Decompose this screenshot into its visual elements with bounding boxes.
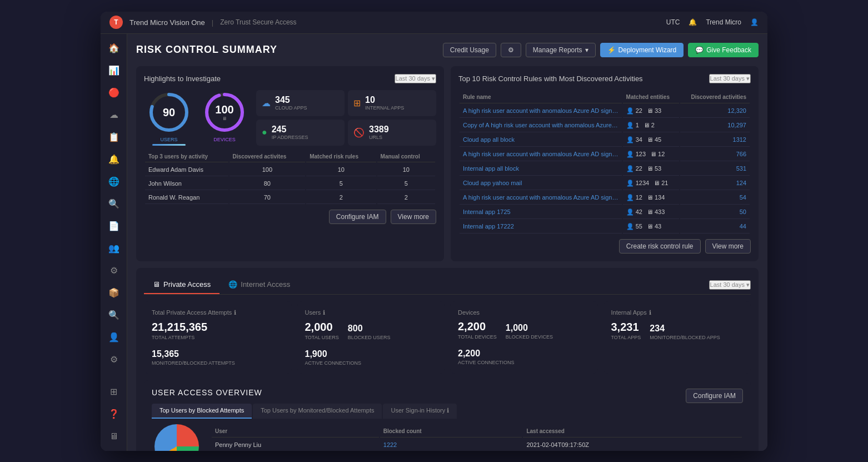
sidebar-icon-user[interactable]: 👤 — [104, 327, 124, 347]
sidebar-icon-home[interactable]: 🏠 — [104, 38, 124, 58]
title-divider: | — [212, 18, 213, 27]
access-card: 🖥 Private Access 🌐 Internet Access Last … — [136, 268, 759, 451]
sidebar-icon-network[interactable]: 🌐 — [104, 172, 124, 192]
col-discovered: Discovered activites — [230, 151, 306, 162]
top-users-table: Top 3 users by activity Discovered activ… — [144, 150, 436, 205]
devices-stats-card: Devices 2,200 TOTAL DEVICES 1,000 BLOCKE… — [450, 301, 598, 374]
user-name: Ronald W. Reagan — [145, 191, 228, 204]
risk-rules-date-filter[interactable]: Last 30 days ▾ — [709, 74, 751, 83]
sidebar-icon-search2[interactable]: 🔍 — [104, 305, 124, 325]
manage-reports-button[interactable]: Manage Reports ▾ — [526, 43, 596, 57]
ua-blocked-count: 1222 — [380, 439, 522, 451]
sidebar-icon-dashboard[interactable]: 📊 — [104, 61, 124, 81]
discovered-count[interactable]: 1312 — [680, 133, 750, 147]
users-gauge-bar — [152, 144, 186, 146]
matched-entities: 👤 55 🖥 43 — [623, 220, 679, 234]
col-discovered-activities: Discovered activities — [680, 91, 750, 103]
matched-entities: 👤 22 🖥 33 — [623, 105, 679, 118]
sidebar-icon-help[interactable]: ❓ — [104, 404, 124, 424]
risk-rules-table: Rule name Matched entities Discovered ac… — [458, 90, 751, 235]
discovered-count[interactable]: 531 — [680, 162, 750, 176]
sidebar-icon-alerts[interactable]: 🔔 — [104, 150, 124, 170]
ua-tab-blocked[interactable]: Top Users by Blocked Attempts — [152, 404, 252, 419]
sidebar-icon-config[interactable]: ⚙ — [104, 350, 124, 370]
discovered-count[interactable]: 50 — [680, 206, 750, 219]
rule-name[interactable]: Internal app 1725 — [460, 206, 622, 219]
credit-usage-button[interactable]: Credit Usage — [443, 43, 496, 57]
user-avatar[interactable]: 👤 — [750, 18, 759, 26]
highlights-view-more-button[interactable]: View more — [391, 210, 436, 224]
discovered-count[interactable]: 10,297 — [680, 119, 750, 132]
col-user-activity: Top 3 users by activity — [145, 151, 228, 162]
cloud-apps-label: CLOUD APPS — [275, 105, 307, 111]
top-bar-actions: UTC 🔔 Trend Micro 👤 — [666, 18, 759, 26]
rule-name[interactable]: A high risk user account with anomalous … — [460, 148, 622, 161]
sidebar-icon-risk[interactable]: 🔴 — [104, 83, 124, 103]
ua-section-title: USER ACCESS OVERVIEW — [152, 388, 262, 397]
bottom-section: 🖥 Private Access 🌐 Internet Access Last … — [136, 268, 759, 451]
deployment-wizard-button[interactable]: ⚡ Deployment Wizard — [600, 43, 684, 57]
active-connections-stat: 1,900 ACTIVE CONNECTIONS — [305, 349, 362, 366]
rule-name[interactable]: Cloud app all block — [460, 133, 622, 147]
top-bar: T Trend Micro Vision One | Zero Trust Se… — [101, 12, 767, 34]
discovered-count[interactable]: 54 — [680, 191, 750, 205]
rule-name[interactable]: A high risk user account with anomalous … — [460, 105, 622, 118]
devices-stats-header: Devices — [458, 309, 590, 316]
sidebar-icon-packages[interactable]: 📦 — [104, 283, 124, 303]
discovered-count[interactable]: 12,320 — [680, 105, 750, 118]
stats-cards-row: Total Private Access Attempts ℹ 21,215,3… — [144, 301, 751, 374]
internal-apps-stat: ⊞ 10 INTERNAL APPS — [348, 90, 436, 116]
discovered-count[interactable]: 44 — [680, 220, 750, 234]
rule-name[interactable]: Internal app all block — [460, 162, 622, 176]
give-feedback-button[interactable]: 💬 Give Feedback — [688, 43, 759, 57]
monitored-attempts: 15,365 MONITORED/BLOCKED ATTEMPTS — [152, 349, 235, 366]
total-apps-stat: 3,231 TOTAL APPS — [611, 321, 641, 340]
devices-stats-values: 2,200 TOTAL DEVICES 1,000 BLOCKED DEVICE… — [458, 320, 590, 365]
discovered-count[interactable]: 124 — [680, 177, 750, 190]
rule-name[interactable]: A high risk user account with anomalous … — [460, 191, 622, 205]
header-actions: Credit Usage ⚙ Manage Reports ▾ ⚡ Deploy… — [443, 43, 759, 57]
risk-table-row: A high risk user account with anomalous … — [460, 191, 750, 205]
access-date-filter[interactable]: Last 30 days ▾ — [709, 280, 751, 290]
risk-view-more-button[interactable]: View more — [705, 239, 751, 254]
sidebar-icon-cloud[interactable]: ☁ — [104, 105, 124, 125]
sidebar-icon-users[interactable]: 👥 — [104, 239, 124, 259]
sidebar-icon-terminal[interactable]: 🖥 — [104, 426, 124, 446]
ua-content: ● Penny Liu User Blocked count L — [152, 424, 743, 451]
sidebar-icon-search[interactable]: 🔍 — [104, 194, 124, 214]
app-title: Trend Micro Vision One — [129, 18, 205, 27]
ua-tab-signin[interactable]: User Sign-in History ℹ — [383, 404, 457, 419]
pie-chart-visual — [154, 424, 199, 451]
col-matched-entities: Matched entities — [623, 91, 679, 103]
devices-gauge-circle: 100 🖥 — [202, 90, 247, 135]
devices-gauge-value: 100 — [215, 103, 233, 116]
ua-header: USER ACCESS OVERVIEW Configure IAM — [152, 388, 743, 404]
app-subtitle: Zero Trust Secure Access — [220, 18, 296, 26]
internet-access-tab[interactable]: 🌐 Internet Access — [220, 276, 299, 294]
sidebar-icon-reports[interactable]: 📄 — [104, 216, 124, 236]
risk-table-row: Cloud app all block 👤 34 🖥 45 1312 — [460, 133, 750, 147]
risk-rules-actions: Create risk control rule View more — [458, 239, 751, 254]
notification-bell[interactable]: 🔔 — [689, 18, 697, 26]
configure-iam-button[interactable]: Configure IAM — [329, 210, 386, 224]
ua-tab-monitored[interactable]: Top Users by Monitored/Blocked Attempts — [253, 404, 382, 419]
sidebar-icon-grid[interactable]: ⊞ — [104, 382, 124, 402]
discovered-count: 100 — [230, 163, 306, 176]
highlights-date-filter[interactable]: Last 30 days ▾ — [395, 74, 436, 83]
brand-logo: T — [109, 16, 123, 29]
discovered-count[interactable]: 766 — [680, 148, 750, 161]
settings-button[interactable]: ⚙ — [501, 43, 521, 57]
private-access-tab[interactable]: 🖥 Private Access — [144, 276, 220, 294]
sidebar-icon-settings[interactable]: ⚙ — [104, 261, 124, 281]
stats-grid: ☁ 345 CLOUD APPS ⊞ 10 INTERNAL — [256, 90, 436, 146]
ip-addresses-label: IP ADDRESSES — [272, 135, 308, 140]
sidebar-icon-list[interactable]: 📋 — [104, 127, 124, 147]
utc-button[interactable]: UTC — [666, 18, 680, 26]
create-rule-button[interactable]: Create risk control rule — [619, 239, 701, 254]
ua-configure-iam-button[interactable]: Configure IAM — [686, 389, 743, 403]
users-gauge-label: USERS — [160, 137, 177, 142]
rule-name[interactable]: Copy of A high risk user account with an… — [460, 119, 622, 132]
highlights-title: Highlights to Investigate — [144, 74, 221, 83]
rule-name[interactable]: Cloud app yahoo mail — [460, 177, 622, 190]
rule-name[interactable]: Internal app 17222 — [460, 220, 622, 234]
